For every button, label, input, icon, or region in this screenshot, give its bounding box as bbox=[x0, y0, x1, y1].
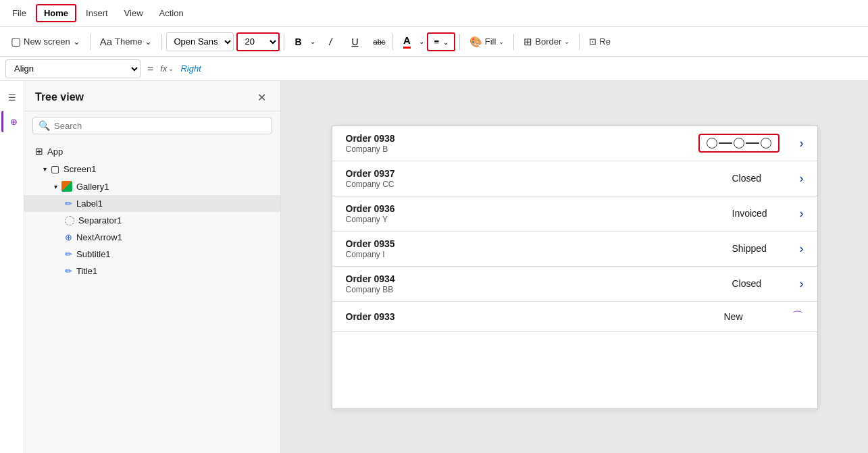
gallery-item-3-content: Order 0935 Company I bbox=[346, 238, 719, 259]
toolbar: ▢ New screen ⌄ Aa Theme ⌄ Open Sans 20 B… bbox=[0, 27, 868, 57]
gallery-item-4[interactable]: Order 0934 Company BB Closed › bbox=[332, 267, 817, 302]
screen1-chevron-icon: ▾ bbox=[43, 165, 47, 173]
font-family-select[interactable]: Open Sans bbox=[166, 32, 234, 51]
italic-button[interactable]: / bbox=[321, 32, 340, 51]
main-layout: ☰ ⊕ Tree view ✕ 🔍 ⊞ App ▾ ▢ bbox=[0, 81, 868, 453]
tree-content: ⊞ App ▾ ▢ Screen1 ▾ Gallery1 ✏ Label1 bbox=[24, 140, 280, 453]
separator-3 bbox=[284, 34, 284, 50]
gallery-list: Order 0938 Company B › bbox=[332, 126, 817, 408]
new-screen-button[interactable]: ▢ New screen ⌄ bbox=[5, 32, 86, 51]
formula-bar: Align = fx ⌄ Right bbox=[0, 57, 868, 81]
tree-item-nextarrow1[interactable]: ⊕ NextArrow1 bbox=[24, 229, 280, 246]
tree-item-separator1[interactable]: Separator1 bbox=[24, 212, 280, 229]
gallery-item-4-arrow: › bbox=[800, 277, 804, 291]
handle-circle-2 bbox=[734, 138, 744, 149]
gallery-item-0-title: Order 0938 bbox=[346, 133, 678, 144]
handle-circle-3 bbox=[761, 138, 771, 149]
gallery-item-1-status: Closed bbox=[732, 173, 786, 184]
theme-icon: Aa bbox=[100, 36, 112, 47]
formula-value: Right bbox=[180, 63, 201, 74]
gallery-item-4-title: Order 0934 bbox=[346, 273, 719, 284]
formula-fx-chevron: ⌄ bbox=[168, 65, 174, 72]
gallery-item-1[interactable]: Order 0937 Company CC Closed › bbox=[332, 161, 817, 196]
gallery-item-4-content: Order 0934 Company BB bbox=[346, 273, 719, 294]
menu-action[interactable]: Action bbox=[153, 5, 190, 21]
handle-circle-1 bbox=[707, 138, 717, 149]
tree-item-subtitle1-label: Subtitle1 bbox=[76, 249, 111, 259]
sidebar-icons: ☰ ⊕ bbox=[0, 81, 24, 453]
tree-item-subtitle1[interactable]: ✏ Subtitle1 bbox=[24, 246, 280, 263]
menu-view[interactable]: View bbox=[118, 5, 150, 21]
align-chevron-icon: ⌄ bbox=[443, 38, 449, 46]
canvas-area: Order 0938 Company B › bbox=[281, 81, 868, 453]
tree-item-separator1-label: Separator1 bbox=[78, 215, 122, 225]
tree-item-gallery1[interactable]: ▾ Gallery1 bbox=[24, 178, 280, 195]
separator-7 bbox=[579, 34, 580, 50]
tree-panel: Tree view ✕ 🔍 ⊞ App ▾ ▢ Screen1 ▾ bbox=[24, 81, 281, 453]
gallery-item-5-arrow: ⌒ bbox=[792, 309, 804, 325]
tree-item-title1-label: Title1 bbox=[76, 266, 97, 276]
tree-item-nextarrow1-label: NextArrow1 bbox=[76, 232, 122, 242]
gallery-item-2-arrow: › bbox=[800, 207, 804, 221]
search-box: 🔍 bbox=[32, 117, 272, 134]
theme-chevron-icon: ⌄ bbox=[145, 36, 152, 47]
new-screen-chevron-icon: ⌄ bbox=[73, 36, 80, 47]
gallery-item-3-sub: Company I bbox=[346, 250, 719, 259]
gallery-item-5[interactable]: Order 0933 New ⌒ bbox=[332, 302, 817, 332]
strikethrough-button[interactable]: abc bbox=[369, 32, 388, 51]
gallery-item-3-title: Order 0935 bbox=[346, 238, 719, 249]
gallery-item-1-sub: Company CC bbox=[346, 180, 719, 189]
app-icon: ⊞ bbox=[35, 146, 43, 157]
tree-item-screen1-label: Screen1 bbox=[63, 164, 96, 174]
screen1-icon: ▢ bbox=[51, 163, 59, 174]
tree-item-label1-label: Label1 bbox=[76, 198, 103, 209]
gallery-item-1-content: Order 0937 Company CC bbox=[346, 168, 719, 189]
gallery-item-3[interactable]: Order 0935 Company I Shipped › bbox=[332, 232, 817, 267]
gallery-item-2-title: Order 0936 bbox=[346, 203, 719, 214]
layers-button[interactable]: ⊕ bbox=[1, 111, 23, 132]
menu-insert[interactable]: Insert bbox=[79, 5, 115, 21]
separator-1 bbox=[90, 34, 91, 50]
tree-item-app[interactable]: ⊞ App bbox=[24, 142, 280, 160]
tree-item-app-label: App bbox=[47, 146, 63, 157]
bold-button[interactable]: B bbox=[288, 32, 307, 51]
gallery-item-5-status: New bbox=[724, 311, 778, 322]
gallery-item-3-status: Shipped bbox=[732, 243, 786, 254]
search-input[interactable] bbox=[54, 121, 266, 131]
gallery-item-2[interactable]: Order 0936 Company Y Invoiced › bbox=[332, 196, 817, 232]
gallery-item-0-arrow: › bbox=[800, 136, 804, 151]
reorder-icon: ⊡ bbox=[589, 36, 596, 47]
search-icon: 🔍 bbox=[39, 120, 50, 131]
nextarrow1-icon: ⊕ bbox=[65, 232, 72, 242]
separator1-icon bbox=[65, 216, 74, 225]
underline-button[interactable]: U bbox=[345, 32, 364, 51]
align-button[interactable]: ≡ ⌄ bbox=[427, 32, 455, 51]
font-size-select[interactable]: 20 bbox=[236, 32, 280, 51]
theme-button[interactable]: Aa Theme ⌄ bbox=[95, 33, 158, 50]
gallery-item-4-status: Closed bbox=[732, 278, 786, 289]
reorder-button[interactable]: ⊡ Re bbox=[584, 34, 616, 49]
tree-item-title1[interactable]: ✏ Title1 bbox=[24, 263, 280, 279]
separator-4 bbox=[392, 34, 393, 50]
fill-icon: 🎨 bbox=[469, 36, 482, 48]
subtitle1-icon: ✏ bbox=[65, 249, 72, 259]
gallery-item-1-title: Order 0937 bbox=[346, 168, 719, 179]
property-select[interactable]: Align bbox=[5, 59, 141, 78]
tree-item-screen1[interactable]: ▾ ▢ Screen1 bbox=[24, 160, 280, 178]
gallery-item-0[interactable]: Order 0938 Company B › bbox=[332, 126, 817, 161]
separator-2 bbox=[161, 34, 162, 50]
align-icon: ≡ bbox=[434, 36, 439, 47]
font-color-button[interactable]: A bbox=[397, 32, 416, 51]
border-chevron-icon: ⌄ bbox=[564, 38, 569, 45]
tree-close-button[interactable]: ✕ bbox=[253, 89, 270, 105]
border-icon: ⊞ bbox=[524, 36, 532, 48]
border-button[interactable]: ⊞ Border ⌄ bbox=[518, 33, 575, 51]
gallery-item-0-sub: Company B bbox=[346, 144, 678, 154]
fill-button[interactable]: 🎨 Fill ⌄ bbox=[464, 33, 510, 51]
formula-fx-icon: fx ⌄ bbox=[160, 63, 174, 74]
menu-home[interactable]: Home bbox=[36, 4, 76, 22]
menu-file[interactable]: File bbox=[5, 5, 33, 21]
hamburger-menu-button[interactable]: ☰ bbox=[1, 86, 23, 108]
tree-item-label1[interactable]: ✏ Label1 bbox=[24, 195, 280, 212]
handle-line-1 bbox=[719, 142, 732, 144]
